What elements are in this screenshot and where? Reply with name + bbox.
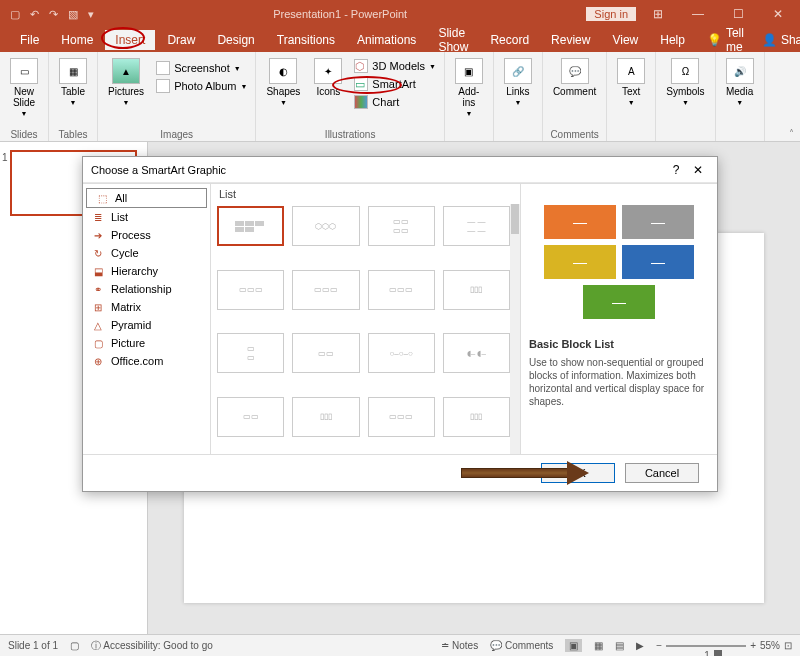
gallery-item[interactable]: ▭▭▭: [292, 270, 359, 310]
category-cycle[interactable]: ↻Cycle: [83, 244, 210, 262]
gallery-item[interactable]: ▭▭: [292, 333, 359, 373]
group-label-slides: Slides: [6, 127, 42, 140]
group-label-images: Images: [104, 127, 249, 140]
tab-design[interactable]: Design: [207, 30, 264, 50]
view-normal-icon[interactable]: ▣: [565, 639, 582, 652]
photo-album-button[interactable]: Photo Album▼: [154, 78, 249, 94]
ok-button[interactable]: OK: [541, 463, 615, 483]
category-hierarchy[interactable]: ⬓Hierarchy: [83, 262, 210, 280]
links-button[interactable]: 🔗Links▼: [500, 56, 536, 108]
view-slideshow-icon[interactable]: ▶: [636, 640, 644, 651]
dialog-close-button[interactable]: ✕: [687, 163, 709, 177]
ribbon-options-icon[interactable]: ⊞: [640, 7, 676, 21]
zoom-in-icon[interactable]: +: [750, 640, 756, 651]
gallery-item[interactable]: ▭▭: [217, 333, 284, 373]
relationship-icon: ⚭: [91, 283, 105, 295]
status-accessibility[interactable]: ⓘ Accessibility: Good to go: [91, 639, 213, 653]
screenshot-button[interactable]: Screenshot▼: [154, 60, 249, 76]
sign-in-button[interactable]: Sign in: [586, 7, 636, 21]
gallery-item[interactable]: ▭▭▭▭: [368, 206, 435, 246]
gallery-item[interactable]: ○–○–○: [368, 333, 435, 373]
media-button[interactable]: 🔊Media▼: [722, 56, 758, 108]
icons-button[interactable]: ✦Icons: [310, 56, 346, 99]
gallery-item[interactable]: ▯▯▯: [443, 270, 510, 310]
table-button[interactable]: ▦Table▼: [55, 56, 91, 108]
autosave-icon[interactable]: ▢: [10, 8, 20, 21]
addins-icon: ▣: [455, 58, 483, 84]
gallery-item[interactable]: ▭▭▭: [368, 397, 435, 437]
close-icon[interactable]: ✕: [760, 7, 796, 21]
gallery-item[interactable]: ▭▭: [217, 397, 284, 437]
notes-button[interactable]: ≐ Notes: [441, 640, 478, 651]
gallery-item-basic-block-list[interactable]: [217, 206, 284, 246]
gallery-scrollbar[interactable]: [510, 204, 520, 454]
gallery-item[interactable]: ▯▯▯: [443, 397, 510, 437]
tab-help[interactable]: Help: [650, 30, 695, 50]
status-slide-number: Slide 1 of 1: [8, 640, 58, 651]
zoom-level[interactable]: 55%: [760, 640, 780, 651]
undo-icon[interactable]: ↶: [30, 8, 39, 21]
gallery-item[interactable]: ◖– ◖–: [443, 333, 510, 373]
smartart-dialog: Choose a SmartArt Graphic ? ✕ ⬚All ≣List…: [82, 156, 718, 492]
category-matrix[interactable]: ⊞Matrix: [83, 298, 210, 316]
comments-button[interactable]: 💬 Comments: [490, 640, 553, 651]
fit-to-window-icon[interactable]: ⊡: [784, 640, 792, 651]
share-button[interactable]: 👤Share: [754, 30, 800, 50]
tab-transitions[interactable]: Transitions: [267, 30, 345, 50]
zoom-out-icon[interactable]: −: [656, 640, 662, 651]
gallery-item[interactable]: ▯▯▯: [292, 397, 359, 437]
new-slide-button[interactable]: ▭New Slide▼: [6, 56, 42, 119]
tab-file[interactable]: File: [10, 30, 49, 50]
tab-record[interactable]: Record: [480, 30, 539, 50]
chevron-down-icon: ▼: [123, 99, 130, 106]
gallery-item[interactable]: — —— —: [443, 206, 510, 246]
tab-insert[interactable]: Insert: [105, 30, 155, 50]
preview-title: Basic Block List: [529, 338, 709, 350]
chart-button[interactable]: Chart: [352, 94, 438, 110]
comment-button[interactable]: 💬Comment: [549, 56, 600, 99]
smartart-button[interactable]: ▭SmartArt: [352, 76, 438, 92]
start-from-beginning-icon[interactable]: ▧: [68, 8, 78, 21]
gallery-item[interactable]: ▭▭▭: [368, 270, 435, 310]
status-language[interactable]: ▢: [70, 640, 79, 651]
category-list[interactable]: ≣List: [83, 208, 210, 226]
view-reading-icon[interactable]: ▤: [615, 640, 624, 651]
chevron-down-icon: ▼: [465, 110, 472, 117]
tab-view[interactable]: View: [602, 30, 648, 50]
category-list: ⬚All ≣List ➔Process ↻Cycle ⬓Hierarchy ⚭R…: [83, 184, 211, 454]
tab-home[interactable]: Home: [51, 30, 103, 50]
shapes-button[interactable]: ◐Shapes▼: [262, 56, 304, 108]
hierarchy-icon: ⬓: [91, 265, 105, 277]
tab-animations[interactable]: Animations: [347, 30, 426, 50]
symbols-button[interactable]: ΩSymbols▼: [662, 56, 708, 108]
minimize-icon[interactable]: —: [680, 7, 716, 21]
gallery-item[interactable]: ⬡⬡⬡: [292, 206, 359, 246]
preview-image: — — — — —: [529, 192, 709, 332]
collapse-ribbon-icon[interactable]: ˄: [789, 128, 794, 139]
redo-icon[interactable]: ↷: [49, 8, 58, 21]
category-all[interactable]: ⬚All: [86, 188, 207, 208]
tab-draw[interactable]: Draw: [157, 30, 205, 50]
text-icon: A: [617, 58, 645, 84]
zoom-slider[interactable]: [666, 645, 746, 647]
addins-button[interactable]: ▣Add- ins▼: [451, 56, 487, 119]
group-label-comments: Comments: [549, 127, 600, 140]
category-pyramid[interactable]: △Pyramid: [83, 316, 210, 334]
chevron-down-icon: ▼: [21, 110, 28, 117]
gallery-item[interactable]: ▭▭▭: [217, 270, 284, 310]
category-process[interactable]: ➔Process: [83, 226, 210, 244]
text-button[interactable]: AText▼: [613, 56, 649, 108]
tab-review[interactable]: Review: [541, 30, 600, 50]
chevron-down-icon: ▼: [429, 63, 436, 70]
category-relationship[interactable]: ⚭Relationship: [83, 280, 210, 298]
table-icon: ▦: [59, 58, 87, 84]
chevron-down-icon: ▼: [682, 99, 689, 106]
pictures-button[interactable]: ▲Pictures▼: [104, 56, 148, 108]
view-sorter-icon[interactable]: ▦: [594, 640, 603, 651]
category-picture[interactable]: ▢Picture: [83, 334, 210, 352]
category-office[interactable]: ⊕Office.com: [83, 352, 210, 370]
3d-models-button[interactable]: ⬡3D Models▼: [352, 58, 438, 74]
maximize-icon[interactable]: ☐: [720, 7, 756, 21]
dialog-help-button[interactable]: ?: [665, 163, 687, 177]
cancel-button[interactable]: Cancel: [625, 463, 699, 483]
